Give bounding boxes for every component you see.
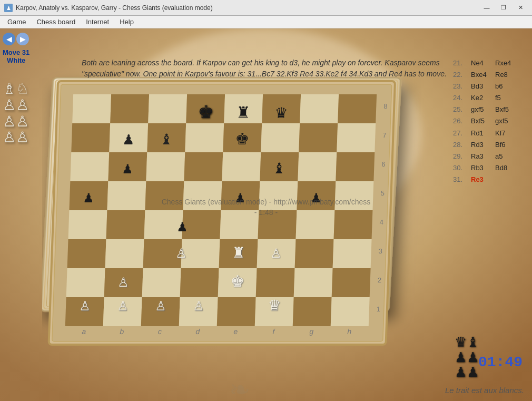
svg-text:♟: ♟	[234, 191, 247, 205]
move-row: 26. Bxf5 gxf5	[453, 115, 529, 127]
move-num: 23.	[453, 81, 469, 92]
svg-rect-16	[338, 94, 377, 123]
svg-text:7: 7	[382, 131, 387, 139]
move-num: 21.	[453, 57, 469, 69]
move-row: 28. Rd3 Bf6	[453, 139, 529, 151]
menu-internet[interactable]: Internet	[81, 17, 114, 27]
svg-text:2: 2	[378, 276, 382, 284]
svg-rect-17	[71, 123, 110, 152]
move-row: 27. Rd1 Kf7	[453, 128, 529, 139]
move-number: Move 31	[3, 48, 29, 56]
window-controls: — ❐ ✕	[479, 3, 528, 13]
svg-rect-48	[334, 210, 373, 239]
svg-text:♟: ♟	[310, 191, 322, 205]
move-black: a5	[495, 151, 517, 162]
svg-text:h: h	[347, 327, 352, 336]
move-row: 23. Bd3 b6	[453, 81, 529, 92]
svg-rect-24	[337, 123, 376, 152]
svg-text:g: g	[309, 327, 314, 336]
svg-rect-57	[66, 268, 105, 297]
svg-rect-40	[334, 181, 373, 210]
navigation-area: ◀ ▶	[3, 33, 29, 45]
move-black: Bd8	[495, 162, 517, 174]
move-row: 24. Ke2 f5	[453, 92, 529, 104]
menu-game[interactable]: Game	[2, 17, 31, 27]
svg-rect-11	[148, 94, 187, 123]
move-white: Bd3	[471, 81, 493, 92]
move-num: 25.	[453, 104, 469, 115]
move-row: 29. Ra3 a5	[453, 151, 529, 162]
svg-rect-25	[70, 152, 109, 181]
svg-text:♟: ♟	[6, 5, 11, 11]
move-num: 28.	[453, 139, 469, 151]
svg-text:♛: ♛	[274, 105, 288, 121]
forward-arrow[interactable]: ▶	[16, 33, 29, 45]
move-black	[495, 174, 517, 185]
menu-bar: Game Chess board Internet Help	[0, 16, 532, 28]
move-black: Bxf5	[495, 104, 517, 115]
commentary-text: Both are leaning across the board. If Ka…	[82, 57, 450, 80]
svg-rect-41	[68, 210, 107, 239]
svg-text:♚: ♚	[230, 272, 245, 290]
svg-rect-35	[145, 181, 184, 210]
move-row: 21. Ne4 Rxe4	[453, 57, 529, 69]
move-num: 27.	[453, 128, 469, 139]
svg-rect-27	[146, 152, 185, 181]
svg-text:♟: ♟	[122, 132, 135, 148]
svg-rect-63	[294, 268, 333, 297]
svg-rect-71	[293, 297, 332, 326]
svg-rect-60	[180, 268, 219, 297]
move-black: Bf6	[495, 139, 517, 151]
move-white[interactable]: Re3	[471, 174, 493, 185]
svg-text:♙: ♙	[117, 275, 130, 289]
svg-rect-22	[261, 123, 300, 152]
svg-text:6: 6	[381, 160, 386, 168]
svg-rect-72	[331, 297, 370, 326]
svg-text:♝: ♝	[272, 160, 286, 177]
chess-board-svg: a b c d e f g h 8 7 6 5 4 3 2 1	[42, 71, 421, 366]
back-arrow[interactable]: ◀	[3, 33, 15, 45]
close-button[interactable]: ✕	[513, 3, 528, 13]
main-area: ◀ ▶ Move 31 White Both are leaning acros…	[0, 28, 532, 401]
menu-help[interactable]: Help	[114, 17, 139, 27]
move-num: 29.	[453, 151, 469, 162]
svg-text:♜: ♜	[236, 104, 251, 121]
restore-button[interactable]: ❐	[496, 3, 511, 13]
move-row: 30. Rb3 Bd8	[453, 162, 529, 174]
move-num: 30.	[453, 162, 469, 174]
move-num: 26.	[453, 115, 469, 127]
move-white: Ra3	[471, 151, 493, 162]
move-info: Move 31 White	[3, 48, 29, 64]
svg-text:♙: ♙	[175, 246, 188, 260]
svg-rect-29	[222, 152, 261, 181]
title-bar: ♟ Karpov, Anatoly vs. Kasparov, Garry - …	[0, 0, 532, 16]
window-title: Karpov, Anatoly vs. Kasparov, Garry - Ch…	[16, 4, 479, 12]
svg-rect-34	[107, 181, 146, 210]
svg-text:♟: ♟	[122, 162, 134, 176]
svg-text:♙: ♙	[155, 299, 167, 313]
svg-rect-46	[258, 210, 297, 239]
svg-rect-20	[185, 123, 224, 152]
svg-rect-45	[220, 210, 259, 239]
svg-rect-64	[332, 268, 371, 297]
svg-rect-15	[300, 94, 339, 123]
move-black: f5	[495, 92, 517, 104]
move-white: Ke2	[471, 92, 493, 104]
turn-indicator: Le trait est aux blancs.	[445, 386, 524, 395]
move-black: gxf5	[495, 115, 517, 127]
svg-rect-55	[295, 239, 334, 268]
menu-chessboard[interactable]: Chess board	[31, 17, 81, 27]
move-num: 22.	[453, 69, 469, 81]
svg-rect-49	[67, 239, 106, 268]
svg-text:8: 8	[383, 102, 388, 110]
svg-rect-50	[105, 239, 144, 268]
move-white: gxf5	[471, 104, 493, 115]
move-white: Rb3	[471, 162, 493, 174]
svg-text:♟: ♟	[83, 191, 95, 205]
move-white: Rd3	[471, 139, 493, 151]
svg-text:b: b	[120, 327, 124, 336]
svg-text:♙: ♙	[270, 246, 282, 260]
minimize-button[interactable]: —	[479, 3, 494, 13]
decorative-ornament: ❧	[187, 375, 292, 401]
svg-rect-28	[184, 152, 223, 181]
